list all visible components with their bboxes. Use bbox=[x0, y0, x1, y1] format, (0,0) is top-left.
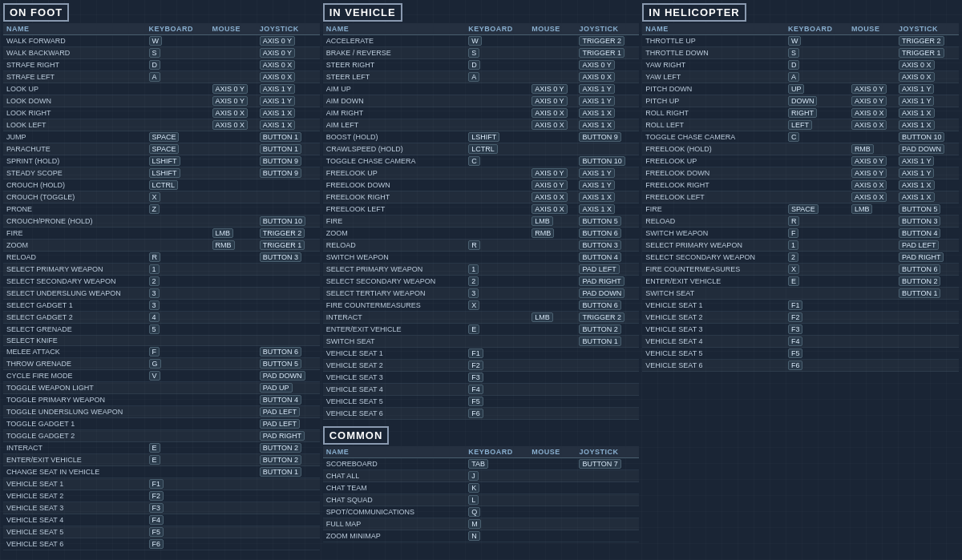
mouse-binding: AXIS 0 Y bbox=[848, 155, 895, 167]
key-label: W bbox=[149, 36, 163, 46]
mouse-binding bbox=[209, 59, 257, 71]
mouse-binding bbox=[528, 360, 576, 372]
action-name: ENTER/EXIT VEHICLE bbox=[3, 454, 146, 466]
table-row: CHANGE SEAT IN VEHICLEBUTTON 1 bbox=[3, 466, 320, 478]
joystick-binding: PAD DOWN bbox=[895, 143, 959, 155]
key-label: F3 bbox=[788, 324, 803, 334]
action-name: FREELOOK RIGHT bbox=[323, 191, 466, 203]
mouse-binding bbox=[528, 384, 576, 396]
joystick-binding: PAD DOWN bbox=[257, 370, 320, 382]
key-label: F2 bbox=[149, 491, 164, 501]
action-name: ENTER/EXIT VEHICLE bbox=[642, 276, 785, 288]
key-label: PAD RIGHT bbox=[260, 431, 305, 441]
action-name: SELECT TERTIARY WEAPON bbox=[323, 288, 466, 300]
table-row: VEHICLE SEAT 6F6 bbox=[642, 360, 959, 372]
key-label: E bbox=[149, 455, 160, 465]
key-label: F1 bbox=[468, 348, 483, 358]
key-label: D bbox=[788, 60, 800, 70]
key-label: AXIS 1 X bbox=[899, 192, 935, 202]
keyboard-binding: F2 bbox=[465, 360, 528, 372]
action-name: TOGGLE UNDERSLUNG WEAPON bbox=[3, 406, 146, 418]
action-name: FIRE bbox=[642, 203, 785, 216]
key-label: AXIS 0 X bbox=[579, 72, 615, 82]
key-label: SPACE bbox=[788, 204, 819, 214]
keyboard-binding bbox=[146, 382, 209, 394]
in-helicopter-body: THROTTLE UPWTRIGGER 2THROTTLE DOWNSTRIGG… bbox=[642, 35, 959, 372]
keyboard-binding: F1 bbox=[146, 478, 209, 490]
in-vehicle-body: ACCELERATEWTRIGGER 2BRAKE / REVERSESTRIG… bbox=[323, 35, 640, 420]
keyboard-binding bbox=[146, 406, 209, 418]
joystick-binding: BUTTON 6 bbox=[895, 264, 959, 276]
keyboard-binding bbox=[146, 216, 209, 228]
mouse-binding bbox=[528, 143, 576, 155]
table-row: ENTER/EXIT VEHICLEEBUTTON 2 bbox=[642, 276, 959, 288]
key-label: BUTTON 6 bbox=[579, 228, 620, 238]
mouse-binding bbox=[209, 430, 257, 442]
action-name: SPOT/COMMUNICATIONS bbox=[323, 506, 466, 518]
keyboard-binding: F4 bbox=[146, 514, 209, 526]
key-label: DOWN bbox=[788, 96, 818, 106]
key-label: AXIS 1 Y bbox=[579, 84, 614, 94]
key-label: BUTTON 3 bbox=[579, 240, 620, 250]
table-row: VEHICLE SEAT 4F4 bbox=[642, 336, 959, 348]
action-name: THROTTLE UP bbox=[642, 35, 785, 47]
joystick-binding: AXIS 1 X bbox=[257, 119, 320, 131]
keyboard-binding: Z bbox=[146, 203, 209, 216]
key-label: PAD LEFT bbox=[899, 240, 939, 250]
action-name: VEHICLE SEAT 1 bbox=[642, 300, 785, 312]
keyboard-binding: F2 bbox=[146, 490, 209, 502]
table-row: ENTER/EXIT VEHICLEEBUTTON 2 bbox=[323, 324, 640, 336]
keyboard-binding bbox=[465, 216, 528, 228]
keyboard-binding: RIGHT bbox=[785, 107, 848, 119]
mouse-binding bbox=[209, 406, 257, 418]
table-row: THROTTLE UPWTRIGGER 2 bbox=[642, 35, 959, 47]
mouse-binding bbox=[209, 490, 257, 502]
key-label: F3 bbox=[468, 373, 483, 382]
key-label: AXIS 0 X bbox=[532, 204, 568, 214]
mouse-binding: LMB bbox=[209, 228, 257, 240]
keyboard-binding: F5 bbox=[146, 526, 209, 538]
keyboard-binding: A bbox=[146, 71, 209, 83]
keyboard-binding bbox=[465, 228, 528, 240]
table-row: FREELOOK RIGHTAXIS 0 XAXIS 1 X bbox=[642, 179, 959, 191]
keyboard-binding: LSHIFT bbox=[146, 167, 209, 179]
keyboard-binding bbox=[465, 167, 528, 179]
common-table: NAME KEYBOARD MOUSE JOYSTICK SCOREBOARDT… bbox=[323, 446, 640, 542]
mouse-binding bbox=[528, 47, 576, 59]
mouse-binding bbox=[848, 276, 895, 288]
table-row: VEHICLE SEAT 1F1 bbox=[642, 300, 959, 312]
key-label: F4 bbox=[149, 515, 164, 525]
table-row: AIM RIGHTAXIS 0 XAXIS 1 X bbox=[323, 107, 640, 119]
key-label: S bbox=[788, 48, 799, 58]
mouse-binding bbox=[848, 228, 895, 240]
keyboard-binding: F6 bbox=[146, 538, 209, 550]
key-label: LMB bbox=[532, 216, 553, 226]
key-label: TAB bbox=[468, 459, 488, 469]
keyboard-binding: 1 bbox=[465, 264, 528, 276]
action-name: SELECT GADGET 2 bbox=[3, 312, 146, 324]
in-vehicle-col-name: NAME bbox=[323, 23, 466, 35]
keyboard-binding bbox=[465, 336, 528, 348]
keyboard-binding: LEFT bbox=[785, 119, 848, 131]
key-label: AXIS 0 Y bbox=[532, 84, 567, 94]
mouse-binding bbox=[528, 59, 576, 71]
key-label: AXIS 1 X bbox=[579, 120, 615, 130]
table-row: CHAT SQUADL bbox=[323, 494, 640, 506]
keyboard-binding bbox=[146, 394, 209, 406]
joystick-binding bbox=[576, 143, 639, 155]
table-row: SELECT PRIMARY WEAPON1PAD LEFT bbox=[323, 264, 640, 276]
mouse-binding: AXIS 0 X bbox=[209, 107, 257, 119]
joystick-binding: PAD DOWN bbox=[576, 288, 639, 300]
key-label: BUTTON 3 bbox=[260, 252, 301, 262]
key-label: BUTTON 4 bbox=[260, 395, 301, 405]
table-row: SELECT SECONDARY WEAPON2PAD RIGHT bbox=[642, 252, 959, 264]
table-row: TOGGLE WEAPON LIGHTPAD UP bbox=[3, 382, 320, 394]
keyboard-binding: 3 bbox=[146, 300, 209, 312]
table-row: STEADY SCOPELSHIFTBUTTON 9 bbox=[3, 167, 320, 179]
action-name: YAW LEFT bbox=[642, 71, 785, 83]
action-name: STRAFE LEFT bbox=[3, 71, 146, 83]
action-name: CROUCH (TOGGLE) bbox=[3, 191, 146, 203]
joystick-binding bbox=[576, 348, 639, 360]
table-row: AIM DOWNAXIS 0 YAXIS 1 Y bbox=[323, 95, 640, 107]
mouse-binding bbox=[528, 35, 576, 47]
